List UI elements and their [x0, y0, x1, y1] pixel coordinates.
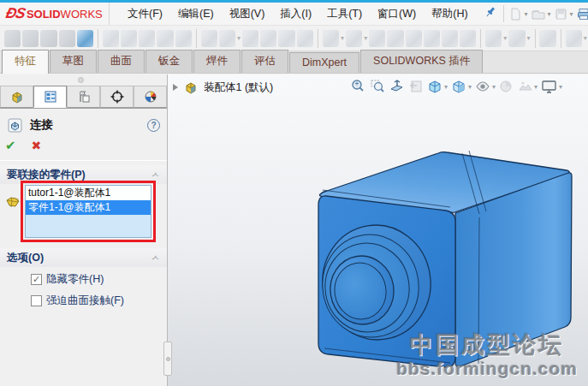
- print-button[interactable]: ▾: [575, 5, 588, 23]
- toolbar-icon[interactable]: [40, 30, 56, 47]
- ok-button[interactable]: ✔: [5, 138, 16, 153]
- toolbar-icon[interactable]: [4, 30, 21, 47]
- toolbar-icon[interactable]: [566, 30, 582, 47]
- separator: [98, 29, 98, 48]
- toolbar-icon[interactable]: [278, 30, 294, 47]
- menu-window[interactable]: 窗口(W): [370, 3, 424, 25]
- toolbar-icon[interactable]: [369, 30, 385, 47]
- list-item[interactable]: tutor1-1@装配体1: [26, 186, 151, 200]
- configuration-icon: [76, 89, 92, 104]
- new-document-button[interactable]: ▾: [508, 5, 529, 23]
- toolbar-icon[interactable]: [175, 30, 192, 47]
- menu-edit[interactable]: 编辑(E): [170, 3, 222, 25]
- menu-file[interactable]: 文件(F): [120, 3, 170, 25]
- tab-sheetmetal[interactable]: 钣金: [146, 50, 193, 73]
- tab-configurationmanager[interactable]: [67, 86, 100, 108]
- menu-insert[interactable]: 插入(I): [272, 3, 319, 25]
- brand-text: SOLIDWORKS: [27, 8, 103, 21]
- tab-features[interactable]: 特征: [2, 50, 49, 74]
- menu-help[interactable]: 帮助(H): [424, 3, 475, 25]
- toolbar-icon[interactable]: [157, 30, 173, 47]
- toolbar-icon[interactable]: [424, 30, 440, 47]
- toolbar-icon[interactable]: [387, 30, 403, 47]
- dropdown-arrow-icon[interactable]: ▾: [341, 34, 344, 42]
- separator: [318, 29, 318, 48]
- toolbar-icon[interactable]: [22, 30, 39, 47]
- separator: [480, 29, 481, 48]
- toolbar-icon[interactable]: [485, 30, 502, 47]
- watermark-line2: bbs.formingcn.com: [396, 359, 578, 379]
- toolbar-icon[interactable]: [460, 30, 476, 47]
- tab-dimxpertmanager[interactable]: [100, 86, 134, 108]
- menu-tools[interactable]: 工具(T): [319, 3, 370, 25]
- group-parts-to-mate[interactable]: 要联接的零件(P) ㅅ: [0, 165, 167, 184]
- mate-selection-listbox[interactable]: tutor1-1@装配体1 零件1-1@装配体1: [25, 185, 151, 238]
- panel-tab-strip: [0, 86, 167, 109]
- dropdown-arrow-icon[interactable]: ▾: [364, 34, 367, 42]
- toolbar-icon[interactable]: [139, 30, 155, 47]
- panel-collapse-handle[interactable]: [78, 77, 84, 83]
- tab-surfaces[interactable]: 曲面: [98, 50, 145, 73]
- checkbox-label: 强迫曲面接触(F): [46, 294, 124, 308]
- tab-displaymanager[interactable]: [134, 86, 167, 108]
- toolbar-icon[interactable]: [260, 30, 276, 47]
- group-options[interactable]: 选项(O) ㅅ: [0, 248, 167, 267]
- tab-evaluate[interactable]: 评估: [241, 50, 288, 73]
- dropdown-arrow-icon[interactable]: ▾: [527, 34, 531, 42]
- toolbar-icon[interactable]: [201, 30, 217, 47]
- property-manager-panel: 连接 ? ✔ ✖ 要联接的零件(P) ㅅ tutor1-1@装配体1 零件1-1…: [0, 74, 168, 386]
- toolbar-icon[interactable]: [346, 30, 362, 47]
- cancel-button[interactable]: ✖: [32, 139, 42, 152]
- toolbar-icon[interactable]: [103, 30, 119, 47]
- toolbar-icon[interactable]: [59, 30, 75, 47]
- selection-zone: tutor1-1@装配体1 零件1-1@装配体1: [0, 186, 167, 242]
- dropdown-arrow-icon[interactable]: ▾: [237, 34, 241, 42]
- checkbox-unchecked[interactable]: [31, 295, 42, 306]
- tab-sketch[interactable]: 草图: [50, 50, 97, 73]
- checkbox-label: 隐藏零件(H): [46, 272, 104, 287]
- separator: [196, 29, 197, 48]
- dropdown-arrow-icon[interactable]: ▾: [503, 34, 507, 42]
- crosshair-icon: [110, 89, 125, 104]
- graphics-viewport[interactable]: 装配体1 (默认) ▾ ▾ ▾ ▾ ▾: [168, 74, 588, 386]
- chevron-up-icon[interactable]: ㅅ: [151, 252, 160, 263]
- dropdown-arrow-icon[interactable]: ▾: [584, 34, 587, 42]
- chevron-up-icon[interactable]: ㅅ: [151, 169, 160, 180]
- assembly-cube-icon: [9, 89, 25, 104]
- checkbox-checked[interactable]: ✓: [31, 274, 42, 285]
- toolbar-icon[interactable]: [508, 30, 525, 47]
- toolbar-icon[interactable]: [242, 30, 258, 47]
- option-hide-parts[interactable]: ✓ 隐藏零件(H): [31, 272, 104, 287]
- main-area: 连接 ? ✔ ✖ 要联接的零件(P) ㅅ tutor1-1@装配体1 零件1-1…: [0, 74, 588, 386]
- toolbar-icon[interactable]: [77, 30, 93, 47]
- divider: [0, 160, 167, 161]
- solidworks-logo: ÐS SOLIDWORKS: [0, 3, 110, 25]
- toolbar-icon[interactable]: [121, 30, 137, 47]
- help-icon[interactable]: ?: [147, 119, 160, 132]
- appearance-sphere-icon: [143, 89, 158, 104]
- group-label: 选项(O): [7, 251, 151, 265]
- pin-menu-icon[interactable]: [481, 5, 500, 22]
- quick-access-toolbar: ▾ ▾ ▾ ▾: [508, 5, 588, 23]
- toolbar-icon[interactable]: [323, 30, 339, 47]
- option-force-surface-contact[interactable]: 强迫曲面接触(F): [31, 294, 124, 308]
- save-button[interactable]: ▾: [553, 5, 574, 23]
- tab-solidworks-addins[interactable]: SOLIDWORKS 插件: [360, 50, 483, 73]
- tab-dimxpert[interactable]: DimXpert: [289, 52, 359, 73]
- toolbar-icon[interactable]: [219, 30, 235, 47]
- command-toolbar: ▾ ▾ ▾ ▾ ▾ ▾: [0, 26, 588, 51]
- panel-splitter-handle[interactable]: [163, 341, 172, 376]
- commandmanager-tabs: 特征 草图 曲面 钣金 焊件 评估 DimXpert SOLIDWORKS 插件: [0, 51, 588, 74]
- toolbar-icon[interactable]: [406, 30, 422, 47]
- toolbar-icon[interactable]: [539, 30, 555, 47]
- open-document-button[interactable]: ▾: [530, 5, 552, 23]
- toolbar-icon[interactable]: [442, 30, 458, 47]
- part-icon: [4, 193, 21, 212]
- tab-propertymanager[interactable]: [33, 86, 67, 108]
- list-item[interactable]: 零件1-1@装配体1: [26, 200, 151, 215]
- pm-actions: ✔ ✖: [5, 138, 41, 153]
- toolbar-icon[interactable]: [297, 30, 313, 47]
- menu-view[interactable]: 视图(V): [222, 3, 273, 25]
- tab-weldments[interactable]: 焊件: [193, 50, 241, 73]
- tab-featuremanager-tree[interactable]: [0, 86, 33, 108]
